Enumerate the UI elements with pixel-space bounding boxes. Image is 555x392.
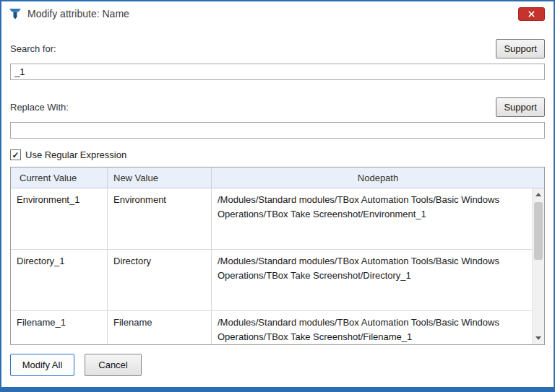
header-new-value[interactable]: New Value [108,167,212,188]
scrollbar-track[interactable] [533,201,544,332]
cancel-button[interactable]: Cancel [85,354,142,376]
titlebar: Modify attribute: Name [1,1,554,26]
checkmark-icon: ✓ [12,151,19,160]
results-table: Current Value New Value Nodepath Environ… [10,167,545,345]
cell-nodepath: /Modules/Standard modules/TBox Automatio… [212,311,532,344]
dialog-content: Search for: Support Replace With: Suppor… [1,26,554,387]
dialog-footer: Modify All Cancel [10,354,545,376]
replace-with-header: Replace With: Support [10,97,545,117]
modify-all-button[interactable]: Modify All [10,354,74,376]
table-scrollbar[interactable] [532,188,544,344]
search-for-header: Search for: Support [10,39,545,58]
table-row[interactable]: Filename_1 Filename /Modules/Standard mo… [11,311,532,344]
scroll-down-button[interactable] [533,332,544,344]
replace-input[interactable] [10,122,545,139]
cell-current-value: Directory_1 [11,250,108,310]
cell-new-value: Filename [108,311,212,344]
close-icon [528,11,535,17]
table-body-area: Environment_1 Environment /Modules/Stand… [11,188,544,344]
use-regex-checkbox[interactable]: ✓ [10,149,21,160]
window-title: Modify attribute: Name [27,8,518,19]
table-header-row: Current Value New Value Nodepath [11,167,544,188]
header-current-value[interactable]: Current Value [11,167,108,188]
use-regex-label: Use Regular Expression [25,149,126,160]
header-nodepath[interactable]: Nodepath [212,167,544,188]
table-row[interactable]: Environment_1 Environment /Modules/Stand… [11,188,532,250]
table-row[interactable]: Directory_1 Directory /Modules/Standard … [11,250,532,311]
search-for-label: Search for: [10,43,56,54]
up-arrow-icon [535,193,541,196]
cell-nodepath: /Modules/Standard modules/TBox Automatio… [212,188,532,249]
scrollbar-thumb[interactable] [534,202,543,260]
use-regex-row: ✓ Use Regular Expression [10,149,545,160]
cell-new-value: Environment [108,188,212,249]
modify-attribute-dialog: Modify attribute: Name Search for: Suppo… [0,0,555,392]
scroll-up-button[interactable] [533,188,544,201]
cell-current-value: Environment_1 [11,188,108,249]
replace-support-button[interactable]: Support [496,97,545,117]
tosca-app-icon [9,7,22,20]
table-body: Environment_1 Environment /Modules/Stand… [11,188,532,344]
search-support-button[interactable]: Support [496,39,545,58]
cell-nodepath: /Modules/Standard modules/TBox Automatio… [212,250,532,310]
replace-with-label: Replace With: [10,102,69,113]
search-input[interactable] [10,64,545,80]
down-arrow-icon [535,336,541,340]
close-button[interactable] [518,7,545,21]
cell-new-value: Directory [108,250,212,310]
cell-current-value: Filename_1 [11,311,108,344]
